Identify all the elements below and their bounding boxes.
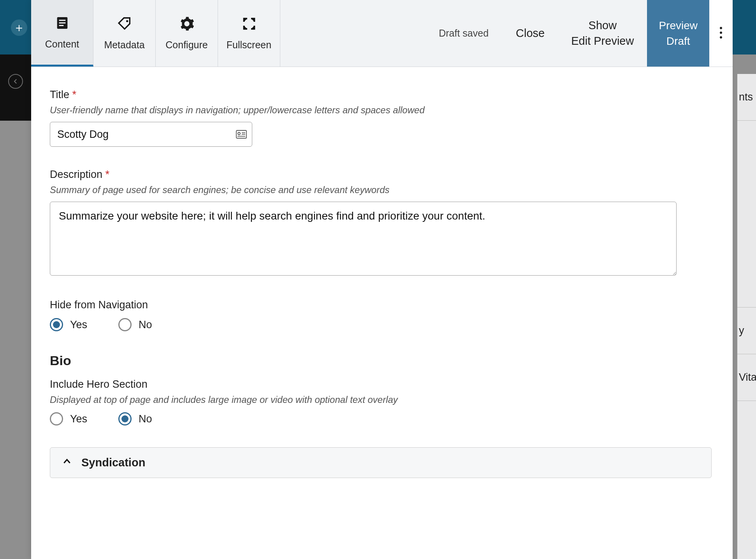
required-marker: * <box>72 89 77 100</box>
radio-hide-nav-no[interactable]: No <box>118 318 152 331</box>
button-label-line2: Draft <box>666 33 690 49</box>
gear-icon <box>179 16 195 34</box>
tab-label: Configure <box>165 39 207 51</box>
radio-icon <box>50 412 63 425</box>
radio-group-hero: Yes No <box>50 412 714 425</box>
bg-row: Vita <box>737 354 756 401</box>
bg-sidebar-strip <box>0 54 31 121</box>
bg-row: y <box>737 308 756 354</box>
button-label-line1: Preview <box>659 18 698 33</box>
field-label: Title * <box>50 89 714 101</box>
close-button[interactable]: Close <box>503 0 558 67</box>
editor-panel: Content Metadata Configure Fullscreen Dr… <box>31 0 733 559</box>
tab-fullscreen[interactable]: Fullscreen <box>218 0 280 67</box>
radio-icon <box>50 318 63 331</box>
radio-label: No <box>139 413 152 425</box>
accordion-header-syndication[interactable]: Syndication <box>50 448 711 478</box>
tab-metadata[interactable]: Metadata <box>93 0 156 67</box>
tab-label: Content <box>45 39 79 50</box>
field-label: Hide from Navigation <box>50 299 714 311</box>
button-label-line1: Show <box>589 18 617 33</box>
title-input-wrap <box>50 122 252 147</box>
label-text: Title <box>50 89 69 100</box>
section-heading-bio: Bio <box>50 353 714 368</box>
field-hint: Summary of page used for search engines;… <box>50 185 714 195</box>
svg-point-7 <box>720 36 722 39</box>
chevron-left-icon <box>8 74 23 89</box>
radio-label: No <box>139 319 152 331</box>
radio-hero-yes[interactable]: Yes <box>50 412 87 425</box>
description-textarea[interactable] <box>50 202 677 276</box>
tab-configure[interactable]: Configure <box>156 0 218 67</box>
svg-point-6 <box>720 32 722 34</box>
svg-rect-3 <box>59 25 63 26</box>
tab-label: Metadata <box>104 39 144 51</box>
bg-row: nts <box>737 74 756 121</box>
radio-icon <box>118 412 132 425</box>
preview-draft-button[interactable]: Preview Draft <box>647 0 709 67</box>
tag-icon <box>117 16 132 34</box>
field-hide-nav: Hide from Navigation Yes No <box>50 299 714 331</box>
field-hero: Include Hero Section Displayed at top of… <box>50 378 714 425</box>
svg-rect-2 <box>59 22 65 23</box>
fullscreen-icon <box>241 16 257 34</box>
toolbar: Content Metadata Configure Fullscreen Dr… <box>31 0 733 67</box>
draft-status: Draft saved <box>425 28 503 39</box>
bg-rightslice: nts y Vita <box>737 74 756 559</box>
svg-point-9 <box>238 132 240 135</box>
more-actions-button[interactable] <box>709 0 733 67</box>
toolbar-spacer <box>280 0 425 67</box>
accordion-syndication: Syndication <box>50 447 712 478</box>
radio-icon <box>118 318 132 331</box>
tab-content[interactable]: Content <box>31 0 93 67</box>
svg-point-4 <box>126 20 128 22</box>
label-text: Description <box>50 169 102 180</box>
field-hint: Displayed at top of page and includes la… <box>50 394 714 405</box>
tab-label: Fullscreen <box>227 39 271 51</box>
field-description: Description * Summary of page used for s… <box>50 169 714 277</box>
content-icon <box>55 15 70 33</box>
radio-hero-no[interactable]: No <box>118 412 152 425</box>
show-edit-preview-button[interactable]: Show Edit Preview <box>558 0 647 67</box>
form-body: Title * User-friendly name that displays… <box>31 67 733 559</box>
svg-rect-1 <box>59 19 65 21</box>
button-label: Close <box>516 26 545 41</box>
radio-label: Yes <box>70 413 87 425</box>
field-label: Description * <box>50 169 714 181</box>
title-input[interactable] <box>50 122 252 147</box>
kebab-icon <box>719 26 723 40</box>
button-label-line2: Edit Preview <box>571 33 634 49</box>
toolbar-right: Draft saved Close Show Edit Preview Prev… <box>425 0 733 67</box>
radio-group-hide-nav: Yes No <box>50 318 714 331</box>
svg-point-5 <box>720 27 722 29</box>
radio-hide-nav-yes[interactable]: Yes <box>50 318 87 331</box>
field-hint: User-friendly name that displays in navi… <box>50 105 714 116</box>
bg-row <box>737 121 756 308</box>
field-label: Include Hero Section <box>50 378 714 390</box>
radio-label: Yes <box>70 319 87 331</box>
card-icon <box>236 130 247 139</box>
required-marker: * <box>105 169 110 180</box>
field-title: Title * User-friendly name that displays… <box>50 89 714 147</box>
accordion-title: Syndication <box>81 456 145 469</box>
chevron-up-icon <box>62 456 72 469</box>
add-icon: ＋ <box>11 19 27 36</box>
